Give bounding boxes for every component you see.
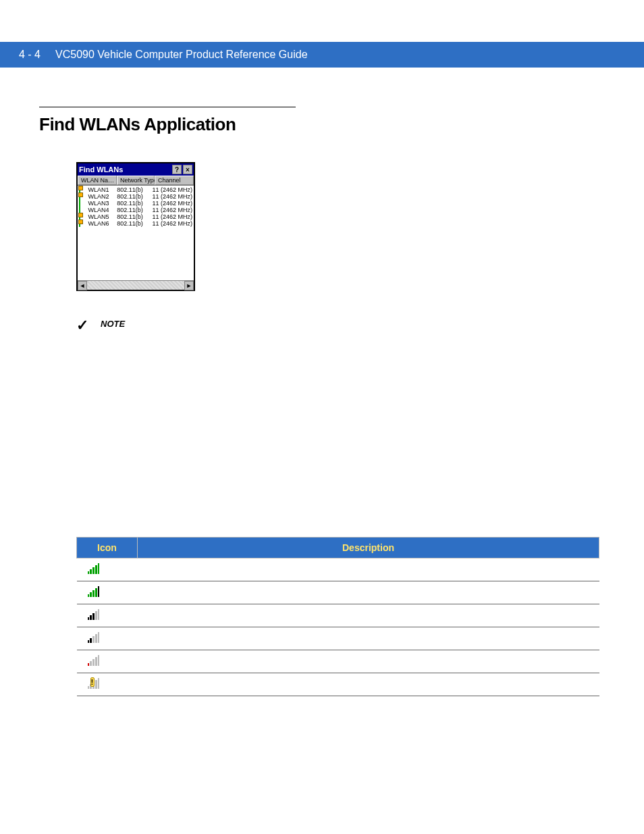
scroll-left-button[interactable]: ◄ [78,281,87,290]
signal-icon [79,200,87,207]
header-icon: Icon [77,538,138,558]
list-item[interactable]: WLAN6802.11(b)11 (2462 MHz) [78,220,194,227]
column-header-channel[interactable]: Channel [155,176,194,185]
table-row [77,581,599,604]
table-row: ! [77,673,599,696]
wlan-name: WLAN1 [88,186,117,193]
window-title: Find WLANs [79,165,123,174]
find-wlans-window: Find WLANs ? × WLAN Na… Network Type Cha… [76,162,195,291]
list-item[interactable]: WLAN4802.11(b)11 (2462 MHz) [78,207,194,213]
list-item[interactable]: WLAN3802.11(b)11 (2462 MHz) [78,200,194,207]
close-button[interactable]: × [183,165,192,174]
scroll-right-button[interactable]: ► [184,281,194,290]
wlan-channel: 11 (2462 MHz) [152,213,192,220]
section-title: Find WLANs Application [39,114,599,135]
wlan-type: 802.11(b) [117,213,152,220]
header-description: Description [138,538,599,558]
signal-1bar-red-icon [77,650,138,673]
help-button[interactable]: ? [172,165,182,174]
note-block: ✓ NOTE [76,317,599,334]
table-row [77,650,599,673]
desc-cell [138,627,599,650]
column-header-type[interactable]: Network Type [117,176,155,185]
signal-5bars-icon [77,558,138,581]
section-rule [39,107,296,107]
desc-cell [138,581,599,604]
column-headers: WLAN Na… Network Type Channel [78,176,194,186]
horizontal-scrollbar[interactable]: ◄ ► [78,280,194,290]
wlan-channel: 11 (2462 MHz) [152,186,192,193]
list-item[interactable]: WLAN5802.11(b)11 (2462 MHz) [78,213,194,220]
list-item[interactable]: WLAN2802.11(b)11 (2462 MHz) [78,193,194,200]
signal-warning-icon: ! [77,673,138,696]
desc-cell [138,558,599,581]
wlan-name: WLAN5 [88,213,117,220]
wlan-name: WLAN4 [88,207,117,213]
wlan-channel: 11 (2462 MHz) [152,193,192,200]
wlan-list: WLAN1802.11(b)11 (2462 MHz)WLAN2802.11(b… [78,186,194,280]
signal-4bars-icon [77,581,138,604]
list-item[interactable]: WLAN1802.11(b)11 (2462 MHz) [78,186,194,193]
table-header-row: Icon Description [77,538,599,558]
page-number: 4 - 4 [19,49,41,61]
signal-locked-icon [79,193,87,200]
wlan-name: WLAN2 [88,193,117,200]
wlan-channel: 11 (2462 MHz) [152,220,192,227]
wlan-name: WLAN3 [88,200,117,207]
table-row [77,558,599,581]
wlan-channel: 11 (2462 MHz) [152,207,192,213]
wlan-type: 802.11(b) [117,186,152,193]
note-label: NOTE [101,319,125,329]
signal-3bars-icon [77,604,138,627]
table-row [77,627,599,650]
signal-icon-table: Icon Description [76,537,599,696]
window-titlebar: Find WLANs ? × [78,163,194,176]
signal-locked-icon [79,220,87,227]
window-buttons: ? × [172,165,192,174]
signal-2bars-icon [77,627,138,650]
desc-cell [138,673,599,696]
header-bar: 4 - 4 VC5090 Vehicle Computer Product Re… [0,42,644,68]
desc-cell [138,604,599,627]
wlan-type: 802.11(b) [117,207,152,213]
document-title: VC5090 Vehicle Computer Product Referenc… [55,49,308,61]
wlan-type: 802.11(b) [117,220,152,227]
wlan-name: WLAN6 [88,220,117,227]
wlan-type: 802.11(b) [117,193,152,200]
desc-cell [138,650,599,673]
wlan-type: 802.11(b) [117,200,152,207]
wlan-channel: 11 (2462 MHz) [152,200,192,207]
column-header-name[interactable]: WLAN Na… [78,176,117,185]
table-row [77,604,599,627]
checkmark-icon: ✓ [76,317,88,334]
